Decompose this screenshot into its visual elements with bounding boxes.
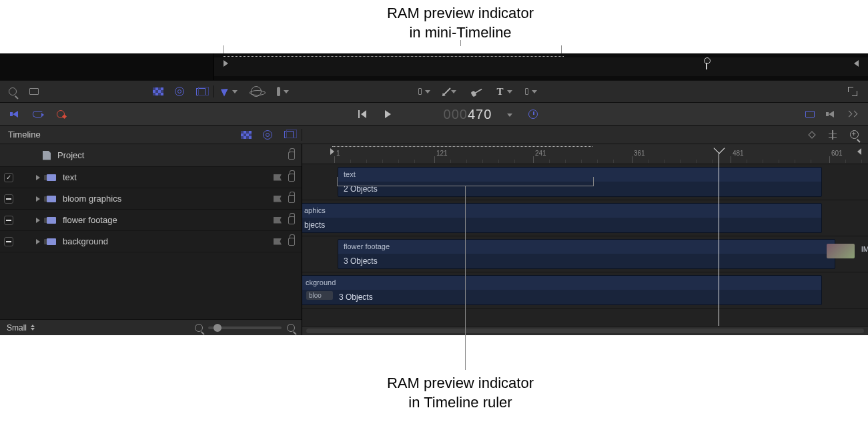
timeline-ruler[interactable]: 1121241361481601 [302,144,868,164]
zoom-slider-thumb[interactable] [213,324,222,332]
zoom-out-icon[interactable] [195,324,203,332]
visibility-checkbox[interactable] [4,194,13,204]
ruler-tick-label: 1 [336,150,340,157]
visibility-checkbox[interactable] [4,237,13,246]
record-icon[interactable] [55,108,67,120]
annotation-bottom: RAM preview indicator in Timeline ruler [347,374,574,412]
timeline-track[interactable]: aphicsbjects [302,200,868,236]
isolate-flag-icon[interactable] [274,217,282,224]
lock-icon[interactable] [288,195,295,203]
go-to-start-button[interactable] [356,108,368,120]
mini-timeline-playhead[interactable] [704,59,709,68]
timeline-tracks-area[interactable]: 1121241361481601 text2 Objectsaphicsbjec… [302,144,868,335]
clip-title: aphics [302,204,821,214]
text-tool[interactable]: T [498,85,510,97]
canvas-toolbar: T [0,80,868,103]
layer-name: text [63,172,77,182]
window-stack-icon[interactable] [195,85,207,97]
isolate-flag-icon[interactable] [274,196,282,202]
mask-tool[interactable] [525,85,537,97]
clip-subtitle: 3 Objects [302,290,821,304]
timeline-clip[interactable]: flower footage3 ObjectsIM [338,239,835,269]
paint-tool[interactable] [472,85,484,97]
layer-row-project[interactable]: Project [0,144,302,167]
fullscreen-icon[interactable] [847,85,859,97]
timeline-track[interactable]: ckground3 Objectsbloo [302,272,868,308]
timeline-tab-video-icon[interactable] [240,129,252,141]
clip-title: ckground [302,276,821,286]
audio-meter-icon[interactable] [825,108,837,120]
ruler-tick-line [632,156,632,163]
playhead[interactable] [719,144,719,326]
timeline-clip[interactable]: ckground3 Objects [302,275,822,305]
visibility-checkbox[interactable] [4,216,13,225]
layer-row-group[interactable]: bloom graphics [0,188,302,210]
isolate-flag-icon[interactable] [274,238,282,245]
ruler-in-marker[interactable] [330,148,334,155]
timecode-dim: 000 [444,107,468,122]
pen-tool[interactable] [445,85,457,97]
zoom-in-icon[interactable] [287,324,295,332]
mini-timeline-out-marker[interactable] [854,60,859,67]
sub-clip[interactable]: bloo [306,291,333,300]
mini-timeline-in-marker[interactable] [224,60,228,67]
timeline-tab-stack-icon[interactable] [283,129,295,141]
timecode-dropdown-icon[interactable] [507,114,512,117]
group-icon [47,217,56,224]
pan-tool[interactable] [277,85,289,97]
ruler-tick-line [533,156,534,163]
timeline-hscrollbar-thumb[interactable] [306,329,864,333]
disclosure-triangle-icon[interactable] [36,239,40,244]
clip-title: flower footage [338,240,835,250]
timing-clock-icon[interactable] [527,108,539,120]
clip-thumbnail [827,244,855,258]
media-browser-icon[interactable] [28,85,40,97]
hud-toggle-icon[interactable] [847,108,859,120]
visibility-checkbox[interactable] [4,173,13,182]
timeline-clip[interactable]: aphicsbjects [302,203,822,233]
library-checker-icon[interactable] [152,85,164,97]
timeline-hscrollbar[interactable] [302,326,868,335]
mini-timeline-ram-indicator [224,56,564,57]
row-size-select[interactable]: Small [7,323,35,333]
keyframe-nav-icon[interactable] [805,129,817,141]
lock-icon[interactable] [288,152,295,160]
loop-toggle-icon[interactable] [32,108,44,120]
timeline-title: Timeline [0,130,213,140]
shape-tool[interactable] [418,85,430,97]
layer-name: flower footage [63,215,117,225]
layer-row-group[interactable]: flower footage [0,210,302,231]
lock-icon[interactable] [288,174,295,182]
snapping-icon[interactable] [827,129,839,141]
row-size-label: Small [7,323,27,333]
disclosure-triangle-icon[interactable] [36,175,40,180]
zoom-slider[interactable] [208,327,282,329]
audio-toggle-icon[interactable] [9,108,21,120]
search-icon[interactable] [7,85,19,97]
layer-row-group[interactable]: text [0,167,302,188]
lock-icon[interactable] [288,238,295,246]
annotation-bottom-leader [465,186,466,370]
layer-row-group[interactable]: background [0,231,302,252]
disclosure-triangle-icon[interactable] [36,218,40,223]
isolate-flag-icon[interactable] [274,174,282,181]
canvas-view-icon[interactable] [804,108,816,120]
mini-timeline[interactable] [213,53,868,80]
select-tool[interactable] [224,85,236,97]
3d-transform-tool[interactable] [250,85,262,97]
play-button[interactable] [382,108,394,120]
inspector-gear-icon[interactable] [173,85,185,97]
timeline-track[interactable]: flower footage3 ObjectsIM [302,236,868,272]
timecode-display[interactable]: 000470 [444,106,513,122]
disclosure-triangle-icon[interactable] [36,196,40,202]
transport-bar: 000470 [0,103,868,126]
tracks-container: text2 Objectsaphicsbjectsflower footage3… [302,164,868,326]
timeline-tab-gear-icon[interactable] [262,129,274,141]
ruler-out-marker[interactable] [857,148,861,155]
lock-icon[interactable] [288,216,295,224]
timeline-body: Projecttextbloom graphicsflower footageb… [0,144,868,335]
timeline-header: Timeline [0,126,868,144]
header-left-void [0,53,213,80]
zoom-to-fit-icon[interactable] [848,129,860,141]
ruler-tick-line [829,156,830,163]
